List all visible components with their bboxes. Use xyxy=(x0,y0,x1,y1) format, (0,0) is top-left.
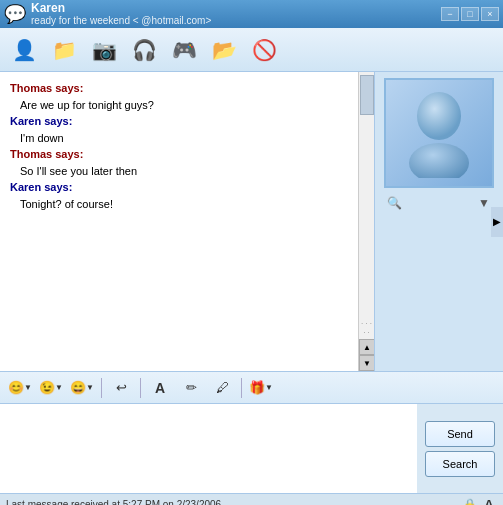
chat-scrollbar[interactable]: · · · · · ▲ ▼ xyxy=(358,72,374,371)
search-button[interactable]: Search xyxy=(425,451,495,477)
font-button[interactable]: A xyxy=(146,376,174,400)
avatar-search-button[interactable]: 🔍 xyxy=(385,194,403,212)
message-row: So I'll see you later then xyxy=(20,163,348,180)
contact-avatar xyxy=(384,78,494,188)
block-button[interactable]: 🚫 xyxy=(246,32,282,68)
scrollbar-arrows: · · · · · ▲ ▼ xyxy=(359,317,374,371)
format-separator-3 xyxy=(241,378,242,398)
avatar-panel: 🔍 ▼ xyxy=(375,72,503,371)
message-row: Thomas says: xyxy=(10,80,348,97)
add-contact-icon: 👤 xyxy=(12,40,37,60)
games-icon: 🎮 xyxy=(172,40,197,60)
voice-icon: 🎧 xyxy=(132,40,157,60)
format-separator-2 xyxy=(140,378,141,398)
minimize-button[interactable]: − xyxy=(441,7,459,21)
message-row: Karen says: xyxy=(10,179,348,196)
status-bar: Last message received at 5:27 PM on 2/23… xyxy=(0,494,503,505)
pen-button[interactable]: ✏ xyxy=(177,376,205,400)
svg-point-0 xyxy=(417,92,461,140)
message-row: I'm down xyxy=(20,130,348,147)
share-button[interactable]: 📂 xyxy=(206,32,242,68)
message-row: Are we up for tonight guys? xyxy=(20,97,348,114)
svg-point-1 xyxy=(409,143,469,178)
format-separator-1 xyxy=(101,378,102,398)
scrollbar-thumb[interactable] xyxy=(360,75,374,115)
message-row: Thomas says: xyxy=(10,146,348,163)
app-icon: 💬 xyxy=(4,3,26,25)
message-input-wrapper xyxy=(0,404,417,493)
games-button[interactable]: 🎮 xyxy=(166,32,202,68)
scroll-up-arrow[interactable]: ▲ xyxy=(359,339,374,355)
chat-panel: Thomas says: Are we up for tonight guys?… xyxy=(0,72,375,371)
title-bar-text: Karen ready for the weekend < @hotmail.c… xyxy=(31,1,441,27)
status-text: Last message received at 5:27 PM on 2/23… xyxy=(6,499,458,505)
chat-messages: Thomas says: Are we up for tonight guys?… xyxy=(0,72,358,371)
maximize-button[interactable]: □ xyxy=(461,7,479,21)
scroll-down-arrow[interactable]: ▼ xyxy=(359,355,374,371)
font-size-icon: A xyxy=(481,497,497,506)
panel-toggle-arrow[interactable]: ▶ xyxy=(491,207,503,237)
format-bar: 😊▼ 😉▼ 😄▼ ↩ A ✏ 🖊 🎁▼ xyxy=(0,372,503,404)
title-bar: 💬 Karen ready for the weekend < @hotmail… xyxy=(0,0,503,28)
avatar-actions: 🔍 ▼ xyxy=(381,192,497,214)
message-row: Karen says: xyxy=(10,113,348,130)
wink-button[interactable]: 😉▼ xyxy=(37,376,65,400)
close-button[interactable]: × xyxy=(481,7,499,21)
share-icon: 📂 xyxy=(212,40,237,60)
send-file-icon: 📁 xyxy=(52,40,77,60)
voice-button[interactable]: 🎧 xyxy=(126,32,162,68)
block-icon: 🚫 xyxy=(252,40,277,60)
webcam-icon: 📷 xyxy=(92,40,117,60)
message-row: Tonight? of course! xyxy=(20,196,348,213)
avatar-image xyxy=(399,88,479,178)
send-file-button[interactable]: 📁 xyxy=(46,32,82,68)
toolbar: 👤 📁 📷 🎧 🎮 📂 🚫 xyxy=(0,28,503,72)
action-buttons: Send Search xyxy=(417,404,503,493)
contact-status: ready for the weekend < @hotmail.com> xyxy=(31,15,441,27)
scroll-dots: · · · · · xyxy=(359,317,374,339)
main-area: Thomas says: Are we up for tonight guys?… xyxy=(0,72,503,372)
input-area: Send Search xyxy=(0,404,503,494)
draw-button[interactable]: 🖊 xyxy=(208,376,236,400)
emoji-button[interactable]: 😊▼ xyxy=(6,376,34,400)
contact-name: Karen xyxy=(31,1,441,15)
webcam-button[interactable]: 📷 xyxy=(86,32,122,68)
undo-button[interactable]: ↩ xyxy=(107,376,135,400)
lock-icon: 🔒 xyxy=(462,497,478,506)
gift-button[interactable]: 🎁▼ xyxy=(247,376,275,400)
status-icons: 🔒 A xyxy=(462,497,497,506)
add-contact-button[interactable]: 👤 xyxy=(6,32,42,68)
message-input[interactable] xyxy=(0,404,417,493)
send-button[interactable]: Send xyxy=(425,421,495,447)
emoticon-button[interactable]: 😄▼ xyxy=(68,376,96,400)
window-controls: − □ × xyxy=(441,7,499,21)
